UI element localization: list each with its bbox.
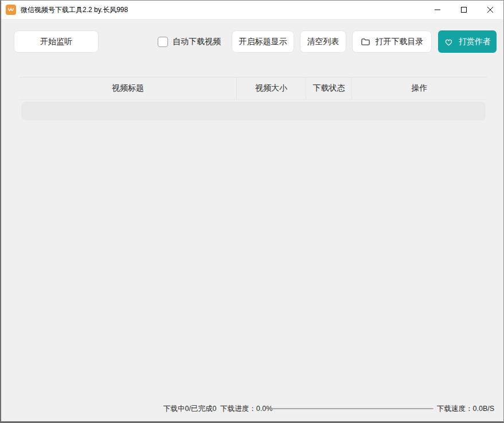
window-title: 微信视频号下载工具2.2 by.长风998 bbox=[21, 5, 128, 15]
open-download-dir-button[interactable]: 打开下载目录 bbox=[352, 30, 432, 53]
status-download-info: 下载中0/已完成0 下载进度：0.0% bbox=[163, 404, 272, 414]
status-download-counts: 下载中0/已完成0 bbox=[163, 405, 216, 413]
clear-list-label: 清空列表 bbox=[307, 37, 339, 47]
start-listening-button[interactable]: 开始监听 bbox=[14, 30, 99, 53]
app-window: 微信视频号下载工具2.2 by.长风998 开始监听 bbox=[0, 0, 504, 423]
window-controls bbox=[424, 1, 503, 19]
auto-download-checkbox[interactable] bbox=[158, 37, 168, 47]
folder-icon bbox=[361, 37, 370, 46]
auto-download-checkbox-group[interactable]: 自动下载视频 bbox=[158, 36, 221, 48]
table-header: 视频标题 视频大小 下载状态 操作 bbox=[19, 77, 487, 100]
minimize-icon bbox=[434, 6, 441, 13]
column-header-actions: 操作 bbox=[351, 77, 487, 99]
download-progress-bar bbox=[269, 408, 433, 409]
open-download-dir-label: 打开下载目录 bbox=[376, 37, 424, 47]
auto-download-label: 自动下载视频 bbox=[173, 37, 221, 47]
tip-author-button[interactable]: 打赏作者 bbox=[438, 30, 497, 53]
status-download-speed: 下载速度：0.0B/S bbox=[437, 404, 494, 414]
titlebar-left: 微信视频号下载工具2.2 by.长风998 bbox=[1, 5, 424, 15]
column-header-download-status: 下载状态 bbox=[306, 77, 351, 99]
minimize-button[interactable] bbox=[424, 1, 451, 19]
heart-icon bbox=[444, 37, 454, 46]
enable-title-display-button[interactable]: 开启标题显示 bbox=[232, 30, 294, 53]
enable-title-display-label: 开启标题显示 bbox=[239, 37, 287, 47]
status-speed-label: 下载速度： bbox=[437, 405, 473, 413]
column-header-video-size: 视频大小 bbox=[236, 77, 306, 99]
column-header-video-title: 视频标题 bbox=[19, 77, 236, 99]
tip-author-label: 打赏作者 bbox=[459, 37, 491, 47]
wechat-channels-app-icon bbox=[6, 5, 16, 15]
titlebar: 微信视频号下载工具2.2 by.长风998 bbox=[1, 1, 503, 19]
status-speed-value: 0.0B/S bbox=[473, 405, 495, 413]
clear-list-button[interactable]: 清空列表 bbox=[300, 30, 346, 53]
status-progress-label: 下载进度： bbox=[220, 405, 256, 413]
maximize-button[interactable] bbox=[451, 1, 477, 19]
close-icon bbox=[487, 6, 494, 13]
table-empty-row bbox=[21, 102, 486, 121]
close-button[interactable] bbox=[477, 1, 503, 19]
start-listening-label: 开始监听 bbox=[40, 37, 72, 47]
maximize-icon bbox=[460, 6, 467, 13]
